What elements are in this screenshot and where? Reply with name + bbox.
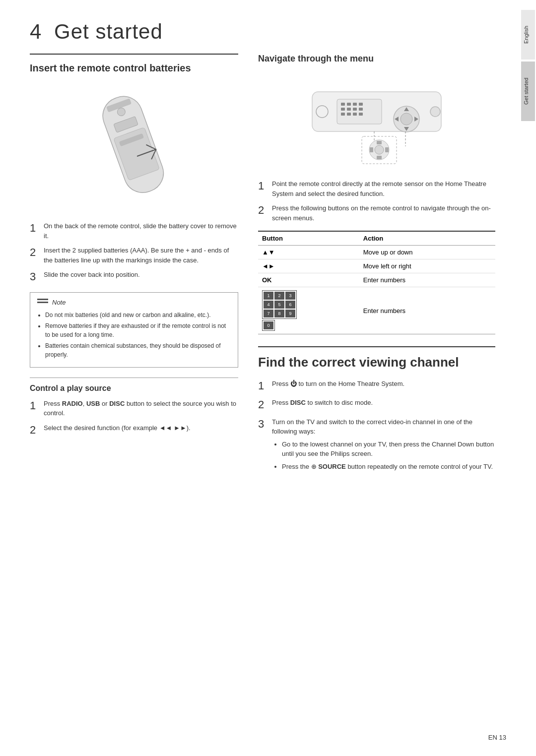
nav-step-2: 2 Press the following buttons on the rem… [258, 203, 495, 223]
navigate-title: Navigate through the menu [258, 54, 495, 64]
step-text-3: Slide the cover back into position. [44, 270, 238, 280]
svg-rect-12 [353, 103, 357, 106]
table-header-action: Action [359, 231, 495, 246]
svg-rect-15 [347, 108, 351, 111]
svg-rect-20 [353, 113, 357, 116]
note-header: Note [37, 299, 231, 307]
page-title: 4 Get started [30, 20, 495, 44]
sidebar-tab: English Get started [520, 0, 536, 756]
step-text-1: On the back of the remote control, slide… [44, 221, 238, 241]
find-section-divider [258, 346, 495, 347]
svg-rect-18 [341, 113, 345, 116]
control-section-title: Control a play source [30, 384, 238, 393]
remote-top-area [258, 72, 495, 171]
note-bullets-list: Do not mix batteries (old and new or car… [37, 311, 231, 359]
insert-batteries-title: Insert the remote control batteries [30, 62, 238, 74]
step-item-3: 3 Slide the cover back into position. [30, 270, 238, 284]
numpad-2: 2 [274, 292, 284, 300]
numpad-7: 7 [264, 310, 273, 317]
find-step-num-1: 1 [258, 379, 272, 393]
note-box: Note Do not mix batteries (old and new o… [30, 292, 238, 368]
nav-step-text-1: Point the remote control directly at the… [272, 179, 495, 198]
numpad-3: 3 [285, 292, 295, 300]
svg-rect-17 [359, 108, 363, 111]
right-column: Navigate through the menu [258, 54, 495, 482]
note-label: Note [52, 299, 66, 306]
table-header-button: Button [258, 231, 359, 246]
find-bullet-1: Go to the lowest channel on your TV, the… [282, 440, 495, 459]
find-step-3: 3 Turn on the TV and switch to the corre… [258, 417, 495, 475]
find-step-num-2: 2 [258, 398, 272, 412]
svg-point-23 [401, 113, 412, 125]
svg-rect-19 [347, 113, 351, 116]
chapter-title-text: Get started [54, 20, 163, 43]
table-cell-action-3: Enter numbers [359, 273, 495, 287]
nav-step-num-2: 2 [258, 203, 272, 218]
remote-top-illustration [297, 77, 456, 166]
numpad-wrapper: 1 2 3 4 5 6 7 8 9 [262, 290, 355, 331]
sidebar-get-started-label: Get started [521, 62, 535, 121]
find-step-2: 2 Press DISC to switch to disc mode. [258, 398, 495, 412]
table-cell-btn-2: ◄► [258, 259, 359, 273]
find-section-title: Find the correct viewing channel [258, 354, 495, 371]
nav-steps-list: 1 Point the remote control directly at t… [258, 179, 495, 223]
table-cell-action-2: Move left or right [359, 259, 495, 273]
find-step-text-1: Press ⏻ to turn on the Home Theatre Syst… [272, 379, 495, 389]
find-step-1: 1 Press ⏻ to turn on the Home Theatre Sy… [258, 379, 495, 393]
svg-rect-11 [347, 103, 351, 106]
control-steps-list: 1 Press RADIO, USB or DISC button to sel… [30, 399, 238, 438]
remote-control-illustration [87, 85, 181, 209]
numpad-grid: 1 2 3 4 5 6 7 8 9 [262, 290, 297, 319]
nav-step-1: 1 Point the remote control directly at t… [258, 179, 495, 198]
control-step-text-1: Press RADIO, USB or DISC button to selec… [44, 399, 238, 418]
page-footer: EN 13 [488, 734, 506, 741]
control-step-1: 1 Press RADIO, USB or DISC button to sel… [30, 399, 238, 418]
svg-rect-37 [385, 147, 389, 152]
find-step-text-2: Press DISC to switch to disc mode. [272, 398, 495, 408]
step-num-1: 1 [30, 221, 44, 236]
two-column-layout: Insert the remote control batteries [30, 54, 495, 482]
sidebar-english-label: English [521, 10, 535, 60]
control-divider [30, 378, 238, 378]
nav-step-text-2: Press the following buttons on the remot… [272, 203, 495, 223]
table-cell-action-1: Move up or down [359, 246, 495, 259]
find-step-num-3: 3 [258, 417, 272, 432]
step-text-2: Insert the 2 supplied batteries (AAA). B… [44, 246, 238, 265]
svg-rect-16 [353, 108, 357, 111]
svg-rect-10 [341, 103, 345, 106]
numpad-6: 6 [285, 301, 295, 309]
page-container: 4 Get started Insert the remote control … [0, 0, 536, 756]
step-item-1: 1 On the back of the remote control, sli… [30, 221, 238, 241]
numpad-9: 9 [285, 310, 295, 317]
svg-point-28 [430, 107, 440, 117]
table-row-numpad: 1 2 3 4 5 6 7 8 9 [258, 287, 495, 334]
chapter-number: 4 [30, 20, 42, 43]
battery-steps-list: 1 On the back of the remote control, sli… [30, 221, 238, 284]
svg-point-33 [375, 145, 384, 154]
numpad-4: 4 [264, 301, 273, 309]
note-bullet-2: Remove batteries if they are exhausted o… [45, 321, 231, 339]
left-column: Insert the remote control batteries [30, 54, 238, 482]
svg-rect-13 [359, 103, 363, 106]
navigation-table: Button Action ▲▼ Move up or down ◄► Move… [258, 231, 495, 334]
control-step-text-2: Select the desired function (for example… [44, 423, 238, 433]
step-num-3: 3 [30, 270, 44, 284]
nav-step-num-1: 1 [258, 179, 272, 193]
control-step-num-1: 1 [30, 399, 44, 413]
numpad-zero-row: 0 [262, 320, 275, 331]
remote-image-area [30, 82, 238, 211]
table-cell-btn-3: OK [258, 273, 359, 287]
control-step-num-2: 2 [30, 423, 44, 438]
table-row: ◄► Move left or right [258, 259, 495, 273]
note-icon [37, 299, 48, 307]
note-bullet-3: Batteries contain chemical substances, t… [45, 341, 231, 359]
table-cell-numpad: 1 2 3 4 5 6 7 8 9 [258, 287, 359, 334]
svg-rect-36 [370, 147, 373, 152]
svg-rect-35 [377, 156, 382, 159]
step-item-2: 2 Insert the 2 supplied batteries (AAA).… [30, 246, 238, 265]
find-step-text-3: Turn on the TV and switch to the correct… [272, 417, 495, 475]
numpad-5: 5 [274, 301, 284, 309]
table-cell-action-numpad: Enter numbers [359, 287, 495, 334]
table-row: OK Enter numbers [258, 273, 495, 287]
svg-rect-21 [359, 113, 363, 116]
